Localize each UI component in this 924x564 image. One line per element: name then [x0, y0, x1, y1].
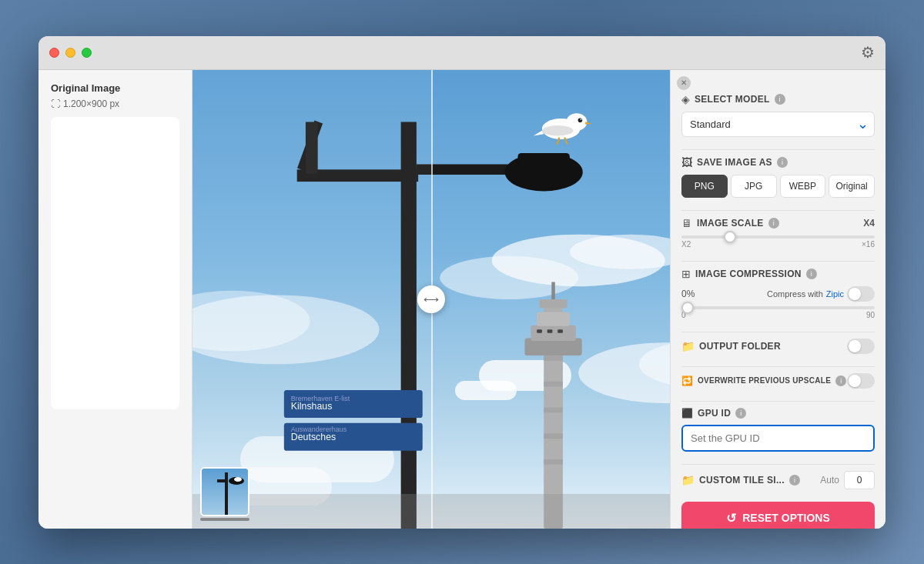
tile-icon: 📁 [681, 474, 695, 486]
svg-rect-25 [544, 407, 563, 412]
model-select-wrap: Standard High Quality Ultra ⌄ [681, 112, 875, 137]
divider-7 [681, 464, 875, 465]
image-scale-slider-track[interactable] [681, 235, 875, 239]
select-model-label: Select Model [695, 94, 770, 105]
image-scale-value: X4 [863, 218, 875, 229]
original-image-placeholder [51, 117, 179, 409]
minimize-button[interactable] [65, 48, 75, 58]
overwrite-header: 🔁 OVERWRITE PREVIOUS UPSCALE i [681, 375, 846, 386]
image-compression-section: ⊞ IMAGE COMPRESSION i 0% Compress with Z… [681, 268, 875, 319]
compression-toggle[interactable] [847, 286, 875, 302]
output-folder-toggle-knob [849, 340, 861, 352]
reset-label: RESET OPTIONS [742, 512, 830, 524]
main-content: Original Image ⛶ 1.200×900 px [38, 70, 886, 529]
svg-point-31 [578, 118, 583, 122]
svg-rect-27 [544, 459, 563, 465]
save-image-info-icon[interactable]: i [777, 157, 788, 168]
compression-range: 0 90 [681, 311, 875, 319]
compress-icon: ⊞ [681, 268, 691, 280]
format-original-button[interactable]: Original [829, 175, 875, 198]
svg-rect-12 [517, 152, 569, 168]
image-scale-thumb[interactable] [724, 231, 736, 243]
select-model-header: ◈ Select Model i [681, 93, 875, 105]
output-folder-row: 📁 OUTPUT FOLDER [681, 339, 875, 354]
titlebar: ⚙ [38, 36, 886, 70]
svg-marker-34 [534, 130, 544, 135]
divider-6 [681, 401, 875, 402]
divider-handle[interactable]: ⟷ [417, 285, 445, 313]
gpu-id-input[interactable] [681, 425, 875, 452]
model-select[interactable]: Standard High Quality Ultra [681, 112, 875, 137]
tile-info-icon[interactable]: i [789, 475, 800, 486]
output-folder-section: 📁 OUTPUT FOLDER [681, 339, 875, 354]
format-jpg-button[interactable]: JPG [731, 175, 777, 198]
compress-with-label: Compress with [767, 289, 823, 299]
output-folder-toggle[interactable] [847, 339, 875, 354]
close-button[interactable] [49, 48, 59, 58]
format-webp-button[interactable]: WEBP [780, 175, 826, 198]
svg-point-32 [581, 118, 582, 120]
panel-close-button[interactable]: ✕ [677, 76, 691, 90]
close-icon: ✕ [681, 78, 687, 87]
thumbnail-strip [200, 467, 249, 521]
svg-rect-24 [544, 381, 563, 386]
maximize-button[interactable] [82, 48, 92, 58]
tile-auto-label: Auto [820, 475, 839, 486]
svg-rect-23 [544, 355, 563, 361]
zipic-wrap: Compress with Zipic [767, 286, 875, 302]
format-png-button[interactable]: PNG [681, 175, 728, 198]
gpu-id-header: ⬛ GPU ID i [681, 408, 875, 419]
zipic-link[interactable]: Zipic [826, 289, 844, 299]
overwrite-section: 🔁 OVERWRITE PREVIOUS UPSCALE i [681, 373, 875, 389]
image-scale-range: X2 ×16 [681, 240, 875, 249]
thumbnail-svg [202, 469, 249, 516]
compression-slider-track[interactable] [681, 306, 875, 309]
gpu-info-icon[interactable]: i [735, 408, 746, 419]
settings-icon[interactable]: ⚙ [861, 43, 875, 62]
gpu-id-section: ⬛ GPU ID i [681, 408, 875, 452]
thumbnail-bar [200, 518, 249, 521]
custom-tile-row: 📁 CUSTOM TILE SI... i Auto [681, 471, 875, 489]
svg-rect-21 [557, 329, 563, 332]
divider-3 [681, 261, 875, 262]
original-image-label: Original Image [51, 82, 179, 94]
image-scale-header: 🖥 IMAGE SCALE i X4 [681, 217, 875, 229]
expand-icon: ⛶ [51, 98, 60, 109]
overwrite-label: OVERWRITE PREVIOUS UPSCALE [698, 376, 831, 385]
image-background: Kilnshaus Bremerhaven E-list Deutsches A… [192, 70, 670, 529]
svg-rect-22 [540, 299, 567, 308]
svg-point-2 [440, 255, 578, 299]
svg-rect-17 [537, 312, 570, 325]
compression-toggle-knob [849, 288, 861, 300]
image-scale-section: 🖥 IMAGE SCALE i X4 X2 ×16 [681, 217, 875, 249]
output-folder-header: 📁 OUTPUT FOLDER [681, 340, 781, 352]
select-model-info-icon[interactable]: i [775, 94, 785, 105]
svg-marker-30 [585, 122, 592, 124]
compression-value: 0% [681, 289, 695, 299]
reset-options-button[interactable]: ↺ RESET OPTIONS [681, 502, 875, 529]
scale-max-label: ×16 [862, 240, 875, 249]
thumbnail-preview[interactable] [200, 467, 249, 516]
tile-size-input[interactable] [844, 471, 875, 489]
save-image-header: 🖼 SAVE IMAGE AS i [681, 156, 875, 169]
compression-info-icon[interactable]: i [806, 269, 817, 279]
custom-tile-section: 📁 CUSTOM TILE SI... i Auto [681, 471, 875, 489]
reset-icon: ↺ [726, 511, 736, 526]
image-compression-header: ⊞ IMAGE COMPRESSION i [681, 268, 875, 280]
gpu-id-label: GPU ID [698, 408, 731, 419]
svg-rect-46 [217, 479, 228, 482]
image-scale-info-icon[interactable]: i [768, 218, 779, 229]
select-model-section: ◈ Select Model i Standard High Quality U… [681, 93, 875, 137]
overwrite-info-icon[interactable]: i [835, 375, 846, 386]
overwrite-icon: 🔁 [681, 375, 693, 386]
overwrite-toggle[interactable] [847, 373, 875, 389]
compression-thumb[interactable] [681, 302, 694, 314]
original-half [192, 70, 431, 529]
app-window: ⚙ Original Image ⛶ 1.200×900 px [38, 36, 886, 529]
compression-slider-container [681, 306, 875, 309]
right-panel: ✕ ◈ Select Model i Standard High Quality… [670, 70, 886, 529]
save-icon: 🖼 [681, 156, 692, 169]
left-panel: Original Image ⛶ 1.200×900 px [38, 70, 192, 529]
custom-tile-label: CUSTOM TILE SI... [699, 475, 785, 486]
image-scale-label: IMAGE SCALE [697, 218, 764, 229]
